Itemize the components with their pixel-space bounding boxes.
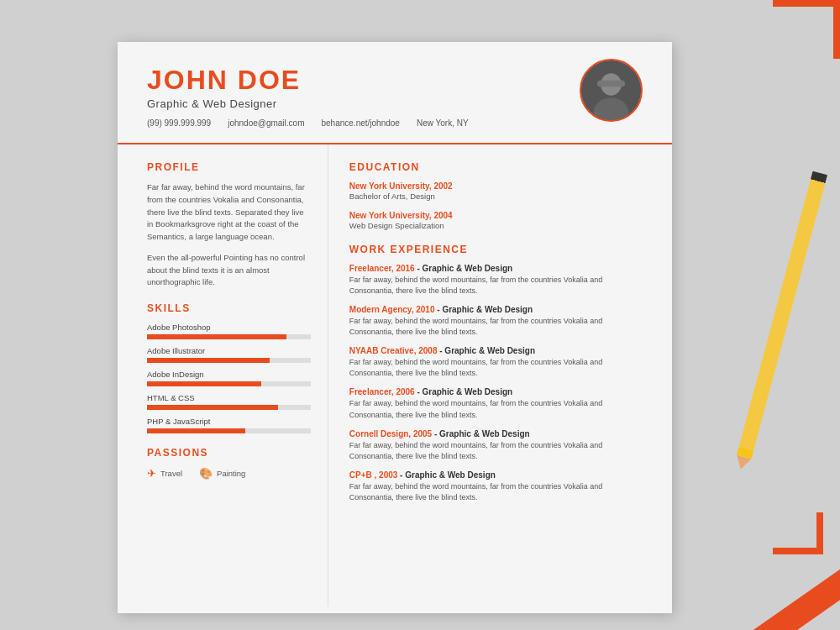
contact-info: (99) 999.999.999 johndoe@gmail.com behan… bbox=[147, 118, 469, 128]
pencil-decoration bbox=[737, 171, 827, 459]
avatar bbox=[580, 59, 643, 122]
skill-item: Adobe InDesign bbox=[147, 370, 311, 386]
skill-name: Adobe InDesign bbox=[147, 370, 311, 379]
person-name: JOHN DOE bbox=[147, 66, 469, 95]
work-company: CP+B , 2003 bbox=[349, 470, 398, 480]
skill-item: PHP & JavaScript bbox=[147, 417, 311, 433]
education-degree: Web Design Specialization bbox=[349, 221, 647, 230]
orange-diagonal-band bbox=[721, 557, 840, 630]
header-left: JOHN DOE Graphic & Web Designer (99) 999… bbox=[147, 66, 469, 128]
svg-rect-3 bbox=[597, 81, 625, 87]
passion-item: 🎨 Painting bbox=[199, 467, 245, 480]
skill-bar-bg bbox=[147, 405, 311, 410]
work-description: Far far away, behind the word mountains,… bbox=[349, 398, 647, 420]
skill-bar-bg bbox=[147, 334, 311, 339]
corner-decoration-top-right bbox=[773, 0, 840, 59]
education-section-title: EDUCATION bbox=[349, 161, 647, 173]
skill-bar-fill bbox=[147, 358, 270, 363]
skill-name: PHP & JavaScript bbox=[147, 417, 311, 426]
work-description: Far far away, behind the word mountains,… bbox=[349, 275, 647, 297]
location: New York, NY bbox=[417, 118, 469, 128]
work-item: Freelancer, 2016 - Graphic & Web Design … bbox=[349, 264, 647, 297]
work-company: Freelancer, 2006 bbox=[349, 387, 415, 396]
education-item: New York University, 2002 Bachelor of Ar… bbox=[349, 181, 647, 201]
work-description: Far far away, behind the word mountains,… bbox=[349, 316, 647, 338]
phone: (99) 999.999.999 bbox=[147, 118, 211, 128]
resume-paper: JOHN DOE Graphic & Web Designer (99) 999… bbox=[118, 42, 672, 613]
corner-decoration-bottom-right bbox=[773, 512, 823, 554]
work-company: Cornell Design, 2005 bbox=[349, 429, 432, 438]
passions-list: ✈ Travel 🎨 Painting bbox=[147, 467, 311, 480]
avatar-image bbox=[581, 60, 641, 120]
profile-paragraph-2: Even the all-powerful Pointing has no co… bbox=[147, 252, 311, 289]
skill-item: Adobe Photoshop bbox=[147, 323, 311, 339]
skills-list: Adobe Photoshop Adobe Illustrator Adobe … bbox=[147, 323, 311, 433]
education-school: New York University, 2004 bbox=[349, 211, 647, 220]
work-title: Cornell Design, 2005 - Graphic & Web Des… bbox=[349, 429, 647, 438]
work-company: Freelancer, 2016 bbox=[349, 264, 415, 273]
passion-icon: ✈ bbox=[147, 467, 156, 480]
work-company: NYAAB Creative, 2008 bbox=[349, 346, 438, 355]
work-title: Freelancer, 2016 - Graphic & Web Design bbox=[349, 264, 647, 273]
person-title: Graphic & Web Designer bbox=[147, 97, 469, 110]
passion-icon: 🎨 bbox=[199, 467, 213, 480]
work-title: CP+B , 2003 - Graphic & Web Design bbox=[349, 470, 647, 480]
skill-item: Adobe Illustrator bbox=[147, 346, 311, 363]
work-title: NYAAB Creative, 2008 - Graphic & Web Des… bbox=[349, 346, 647, 355]
work-item: Cornell Design, 2005 - Graphic & Web Des… bbox=[349, 429, 647, 462]
skill-item: HTML & CSS bbox=[147, 393, 311, 410]
work-description: Far far away, behind the word mountains,… bbox=[349, 440, 647, 462]
work-item: NYAAB Creative, 2008 - Graphic & Web Des… bbox=[349, 346, 647, 379]
education-degree: Bachelor of Arts, Design bbox=[349, 192, 647, 201]
work-title: Modern Agency, 2010 - Graphic & Web Desi… bbox=[349, 305, 647, 314]
education-item: New York University, 2004 Web Design Spe… bbox=[349, 211, 647, 230]
skill-bar-bg bbox=[147, 358, 311, 363]
portfolio: behance.net/johndoe bbox=[321, 118, 399, 128]
education-school: New York University, 2002 bbox=[349, 181, 647, 191]
skill-bar-fill bbox=[147, 405, 278, 410]
passion-item: ✈ Travel bbox=[147, 467, 182, 480]
work-description: Far far away, behind the word mountains,… bbox=[349, 357, 647, 379]
work-description: Far far away, behind the word mountains,… bbox=[349, 481, 647, 503]
work-list: Freelancer, 2016 - Graphic & Web Design … bbox=[349, 264, 647, 503]
work-title: Freelancer, 2006 - Graphic & Web Design bbox=[349, 387, 647, 396]
profile-paragraph-1: Far far away, behind the word mountains,… bbox=[147, 181, 311, 244]
resume-header: JOHN DOE Graphic & Web Designer (99) 999… bbox=[118, 42, 672, 144]
skill-name: HTML & CSS bbox=[147, 393, 311, 402]
skill-bar-fill bbox=[147, 381, 261, 386]
skill-bar-fill bbox=[147, 334, 286, 339]
passion-label: Painting bbox=[217, 469, 245, 478]
skill-bar-fill bbox=[147, 428, 245, 433]
work-section-title: WORK EXPERIENCE bbox=[349, 244, 647, 255]
right-column: EDUCATION New York University, 2002 Bach… bbox=[328, 144, 672, 606]
skill-bar-bg bbox=[147, 428, 311, 433]
passions-section-title: PASSIONS bbox=[147, 447, 311, 459]
resume-content: PROFILE Far far away, behind the word mo… bbox=[118, 144, 672, 606]
work-item: Freelancer, 2006 - Graphic & Web Design … bbox=[349, 387, 647, 420]
passion-label: Travel bbox=[160, 469, 182, 478]
profile-section-title: PROFILE bbox=[147, 161, 311, 173]
email: johndoe@gmail.com bbox=[228, 118, 304, 128]
skills-section-title: SKILLS bbox=[147, 302, 311, 314]
skill-name: Adobe Photoshop bbox=[147, 323, 311, 332]
work-item: CP+B , 2003 - Graphic & Web Design Far f… bbox=[349, 470, 647, 503]
work-item: Modern Agency, 2010 - Graphic & Web Desi… bbox=[349, 305, 647, 338]
left-column: PROFILE Far far away, behind the word mo… bbox=[118, 144, 328, 606]
skill-name: Adobe Illustrator bbox=[147, 346, 311, 355]
work-company: Modern Agency, 2010 bbox=[349, 305, 435, 314]
skill-bar-bg bbox=[147, 381, 311, 386]
education-list: New York University, 2002 Bachelor of Ar… bbox=[349, 181, 647, 230]
